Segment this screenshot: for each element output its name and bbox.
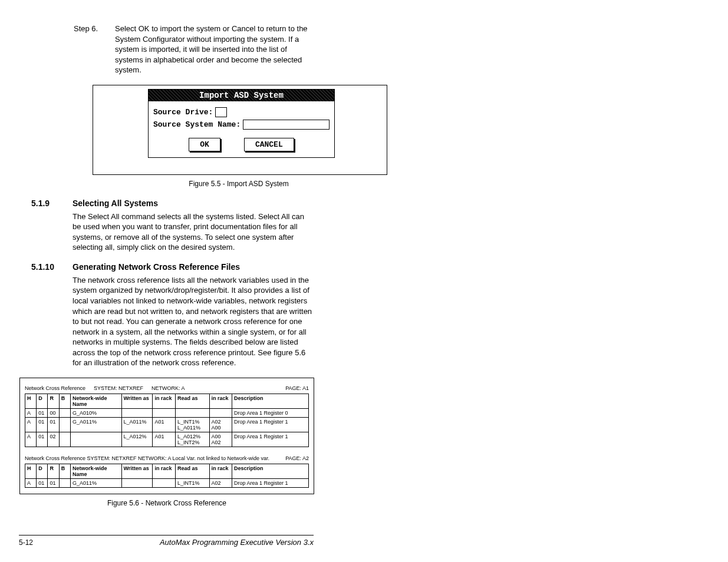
xref-col-header: R bbox=[48, 394, 59, 408]
xref-cell: 01 bbox=[37, 432, 48, 447]
import-asd-figure: Import ASD System Source Drive: Source S… bbox=[93, 85, 387, 175]
xref-cell: A01 bbox=[153, 432, 175, 447]
xref-table-sub: HDRBNetwork-wide NameWritten asin rackRe… bbox=[25, 464, 309, 488]
xref-cell bbox=[175, 408, 209, 417]
xref-cell: L_INT1% bbox=[175, 478, 209, 487]
xref-cell: Drop Area 1 Register 0 bbox=[232, 408, 309, 417]
table-row: A0100G_A010%Drop Area 1 Register 0 bbox=[25, 408, 309, 417]
xref-cell: 01 bbox=[48, 417, 59, 432]
xref-col-header: in rack bbox=[209, 464, 232, 478]
table-row: A0101G_A011%L_A011%A01L_INT1%L_A011%A02A… bbox=[25, 417, 309, 432]
xref-col-header: Read as bbox=[175, 394, 209, 408]
xref-sub-page: PAGE: A2 bbox=[285, 455, 309, 461]
xref-cell: 01 bbox=[37, 417, 48, 432]
xref-cell: A bbox=[25, 432, 37, 447]
section-body-519: The Select All command selects all the s… bbox=[73, 211, 312, 253]
xref-col-header: in rack bbox=[209, 394, 232, 408]
xref-system: SYSTEM: NETXREF bbox=[94, 385, 143, 391]
source-system-row: Source System Name: bbox=[153, 120, 330, 130]
xref-cell bbox=[59, 417, 70, 432]
xref-cell bbox=[70, 432, 121, 447]
step-text: Select OK to import the system or Cancel… bbox=[115, 24, 312, 75]
xref-col-header: Description bbox=[232, 464, 309, 478]
step-6: Step 6. Select OK to import the system o… bbox=[74, 24, 312, 75]
xref-cell: A01 bbox=[153, 417, 175, 432]
xref-label: Network Cross Reference bbox=[25, 385, 85, 391]
xref-cell: Drop Area 1 Register 1 bbox=[232, 417, 309, 432]
section-number-519: 5.1.9 bbox=[31, 199, 61, 262]
xref-network: NETWORK: A bbox=[151, 385, 185, 391]
dialog-title: Import ASD System bbox=[149, 90, 334, 101]
xref-page: PAGE: A1 bbox=[285, 385, 309, 391]
xref-col-header: D bbox=[37, 464, 48, 478]
xref-col-header: H bbox=[25, 464, 37, 478]
xref-cell: L_A012%L_INT2% bbox=[175, 432, 209, 447]
xref-cell: G_A010% bbox=[70, 408, 121, 417]
xref-col-header: R bbox=[48, 464, 59, 478]
xref-cell: 01 bbox=[48, 478, 59, 487]
xref-cell: Drop Area 1 Register 1 bbox=[232, 432, 309, 447]
xref-cell: 00 bbox=[48, 408, 59, 417]
xref-cell: G_A011% bbox=[70, 478, 121, 487]
xref-cell: A bbox=[25, 417, 37, 432]
xref-cell: L_A011% bbox=[121, 417, 153, 432]
xref-col-header: in rack bbox=[153, 394, 175, 408]
xref-col-header: Written as bbox=[121, 464, 153, 478]
source-system-input[interactable] bbox=[243, 120, 330, 130]
cancel-button[interactable]: CANCEL bbox=[244, 138, 294, 151]
xref-col-header: B bbox=[59, 394, 70, 408]
source-system-label: Source System Name: bbox=[153, 120, 241, 129]
xref-col-header: B bbox=[59, 464, 70, 478]
source-drive-row: Source Drive: bbox=[153, 107, 330, 117]
page-footer: 5-12 AutoMax Programming Executive Versi… bbox=[19, 535, 314, 547]
xref-cell bbox=[153, 408, 175, 417]
import-asd-dialog: Import ASD System Source Drive: Source S… bbox=[148, 89, 335, 158]
xref-cell: G_A011% bbox=[70, 417, 121, 432]
xref-cell: A00A02 bbox=[209, 432, 232, 447]
xref-cell: 01 bbox=[37, 408, 48, 417]
xref-col-header: Network-wide Name bbox=[70, 464, 121, 478]
xref-cell: A bbox=[25, 478, 37, 487]
section-body-5110: The network cross reference lists all th… bbox=[73, 275, 312, 368]
xref-cell bbox=[153, 478, 175, 487]
xref-cell: A02 bbox=[209, 478, 232, 487]
xref-cell: 02 bbox=[48, 432, 59, 447]
footer-title: AutoMax Programming Executive Version 3.… bbox=[160, 538, 314, 547]
xref-table-main: HDRBNetwork-wide NameWritten asin rackRe… bbox=[25, 394, 309, 447]
source-drive-input[interactable] bbox=[215, 107, 227, 117]
xref-cell bbox=[59, 478, 70, 487]
xref-col-header: Read as bbox=[175, 464, 209, 478]
figure-5-5-caption: Figure 5.5 - Import ASD System bbox=[74, 180, 404, 188]
xref-cell bbox=[121, 408, 153, 417]
xref-cell: Drop Area 1 Register 1 bbox=[232, 478, 309, 487]
xref-cell bbox=[209, 408, 232, 417]
xref-col-header: Network-wide Name bbox=[70, 394, 121, 408]
xref-cell: 01 bbox=[37, 478, 48, 487]
table-row: A0102L_A012%A01L_A012%L_INT2%A00A02Drop … bbox=[25, 432, 309, 447]
xref-sub-header: Network Cross Reference SYSTEM: NETXREF … bbox=[25, 455, 269, 461]
ok-button[interactable]: OK bbox=[189, 138, 220, 151]
xref-cell: L_A012% bbox=[121, 432, 153, 447]
network-xref-figure: Network Cross Reference SYSTEM: NETXREF … bbox=[19, 378, 314, 494]
xref-col-header: H bbox=[25, 394, 37, 408]
figure-5-6-caption: Figure 5.6 - Network Cross Reference bbox=[19, 499, 314, 507]
source-drive-label: Source Drive: bbox=[153, 108, 213, 117]
xref-cell bbox=[59, 432, 70, 447]
footer-page-number: 5-12 bbox=[19, 538, 33, 547]
step-label: Step 6. bbox=[74, 24, 103, 75]
xref-col-header: Written as bbox=[121, 394, 153, 408]
xref-cell bbox=[121, 478, 153, 487]
section-number-5110: 5.1.10 bbox=[31, 262, 61, 378]
section-title-519: Selecting All Systems bbox=[73, 199, 312, 208]
xref-cell: A bbox=[25, 408, 37, 417]
xref-cell: L_INT1%L_A011% bbox=[175, 417, 209, 432]
xref-cell: A02A00 bbox=[209, 417, 232, 432]
xref-cell bbox=[59, 408, 70, 417]
xref-col-header: D bbox=[37, 394, 48, 408]
section-title-5110: Generating Network Cross Reference Files bbox=[73, 262, 312, 272]
table-row: A0101G_A011%L_INT1%A02Drop Area 1 Regist… bbox=[25, 478, 309, 487]
xref-col-header: in rack bbox=[153, 464, 175, 478]
xref-col-header: Description bbox=[232, 394, 309, 408]
